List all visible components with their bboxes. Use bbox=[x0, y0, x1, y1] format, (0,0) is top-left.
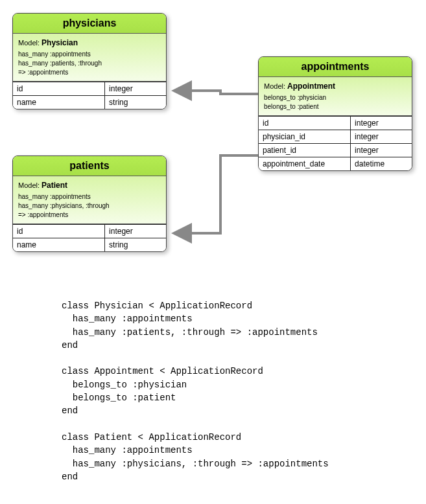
column-name: appointment_date bbox=[259, 157, 351, 170]
entity-appointments-model-name: Appointment bbox=[287, 82, 335, 91]
entity-patients-assoc-1: has_many :physicians, :through bbox=[18, 201, 161, 211]
entity-patients-assoc-2: => :appointments bbox=[18, 211, 161, 220]
column-type: string bbox=[105, 95, 166, 109]
entity-physicians-assoc-2: => :appointments bbox=[18, 68, 161, 77]
entity-patients-columns: id integer name string bbox=[13, 224, 166, 251]
entity-physicians-columns: id integer name string bbox=[13, 82, 166, 109]
column-name: name bbox=[13, 95, 105, 109]
column-type: integer bbox=[351, 130, 412, 143]
entity-appointments-meta: Model: Appointment belongs_to :physician… bbox=[259, 77, 412, 116]
column-type: string bbox=[105, 238, 166, 251]
entity-physicians-assoc-0: has_many :appointments bbox=[18, 50, 161, 59]
column-name: id bbox=[13, 82, 105, 95]
column-name: name bbox=[13, 238, 105, 251]
column-type: integer bbox=[351, 116, 412, 130]
column-name: id bbox=[13, 224, 105, 238]
entity-patients-assoc-0: has_many :appointments bbox=[18, 192, 161, 201]
table-row: name string bbox=[13, 238, 166, 251]
entity-appointments-model-label: Model: bbox=[264, 82, 285, 90]
entity-appointments: appointments Model: Appointment belongs_… bbox=[258, 56, 412, 171]
table-row: id integer bbox=[13, 82, 166, 95]
entity-appointments-columns: id integer physician_id integer patient_… bbox=[259, 116, 412, 170]
entity-patients-meta: Model: Patient has_many :appointments ha… bbox=[13, 176, 166, 224]
column-name: physician_id bbox=[259, 130, 351, 143]
entity-physicians: physicians Model: Physician has_many :ap… bbox=[12, 13, 167, 109]
entity-physicians-meta: Model: Physician has_many :appointments … bbox=[13, 34, 166, 82]
column-type: integer bbox=[351, 143, 412, 157]
table-row: name string bbox=[13, 95, 166, 109]
column-type: datetime bbox=[351, 157, 412, 170]
entity-physicians-model-name: Physician bbox=[41, 38, 78, 47]
entity-patients: patients Model: Patient has_many :appoin… bbox=[12, 155, 167, 252]
table-row: physician_id integer bbox=[259, 130, 412, 143]
table-row: id integer bbox=[13, 224, 166, 238]
column-type: integer bbox=[105, 82, 166, 95]
connector-appointments-to-patients bbox=[176, 155, 258, 233]
column-name: id bbox=[259, 116, 351, 130]
table-row: appointment_date datetime bbox=[259, 157, 412, 170]
entity-patients-model-label: Model: bbox=[18, 181, 40, 189]
code-example: class Physician < ApplicationRecord has_… bbox=[62, 299, 329, 483]
entity-physicians-title: physicians bbox=[13, 14, 166, 34]
column-name: patient_id bbox=[259, 143, 351, 157]
entity-physicians-model-label: Model: bbox=[18, 39, 40, 47]
entity-patients-title: patients bbox=[13, 156, 166, 176]
entity-physicians-assoc-1: has_many :patients, :through bbox=[18, 59, 161, 68]
table-row: id integer bbox=[259, 116, 412, 130]
entity-appointments-assoc-0: belongs_to :physician bbox=[264, 93, 407, 102]
column-type: integer bbox=[105, 224, 166, 238]
diagram-canvas: physicians Model: Physician has_many :ap… bbox=[0, 0, 426, 504]
entity-patients-model-name: Patient bbox=[41, 181, 67, 190]
connector-appointments-to-physicians bbox=[176, 91, 258, 94]
table-row: patient_id integer bbox=[259, 143, 412, 157]
entity-appointments-title: appointments bbox=[259, 57, 412, 77]
entity-appointments-assoc-1: belongs_to :patient bbox=[264, 102, 407, 111]
